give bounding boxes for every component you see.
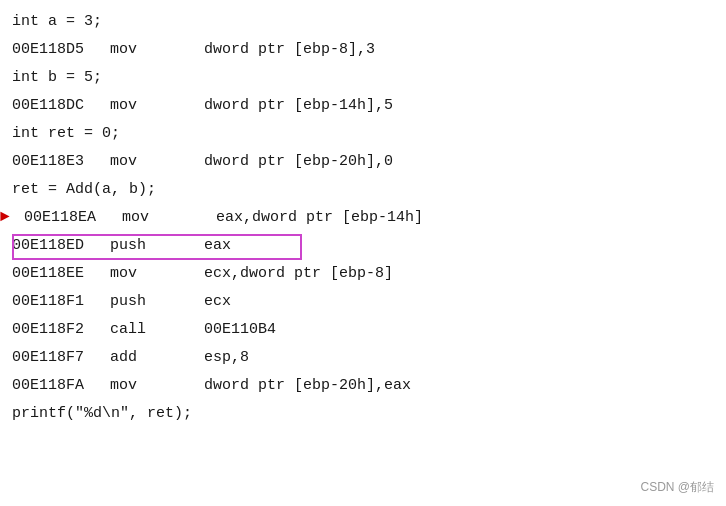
asm-address: 00E118DC	[12, 93, 102, 119]
asm-opcode: mov	[110, 93, 180, 119]
line-call: 00E118F2call00E110B4	[0, 316, 726, 344]
asm-opcode: add	[110, 345, 180, 371]
line-mov-final: 00E118FAmovdword ptr [ebp-20h],eax	[0, 372, 726, 400]
asm-operand: eax	[204, 233, 231, 259]
asm-address: 00E118FA	[12, 373, 102, 399]
asm-operand: dword ptr [ebp-20h],eax	[204, 373, 411, 399]
asm-operand: ecx,dword ptr [ebp-8]	[204, 261, 393, 287]
asm-address: 00E118EA	[24, 205, 114, 231]
line-ret-add: ret = Add(a, b);	[0, 176, 726, 204]
asm-operand: ecx	[204, 289, 231, 315]
asm-operand: eax,dword ptr [ebp-14h]	[216, 205, 423, 231]
asm-opcode: call	[110, 317, 180, 343]
asm-operand: 00E110B4	[204, 317, 276, 343]
watermark: CSDN @郁结	[640, 479, 714, 496]
asm-operand: esp,8	[204, 345, 249, 371]
asm-opcode: mov	[110, 373, 180, 399]
line-mov-ret: 00E118E3movdword ptr [ebp-20h],0	[0, 148, 726, 176]
comment-text: printf("%d\n", ret);	[12, 401, 192, 427]
line-int-a: int a = 3;	[0, 8, 726, 36]
asm-address: 00E118D5	[12, 37, 102, 63]
line-int-b: int b = 5;	[0, 64, 726, 92]
asm-opcode: mov	[110, 261, 180, 287]
asm-address: 00E118ED	[12, 233, 102, 259]
line-push-ecx: 00E118F1pushecx	[0, 288, 726, 316]
comment-text: int b = 5;	[12, 65, 102, 91]
asm-address: 00E118F7	[12, 345, 102, 371]
line-push-eax: 00E118EDpusheax	[0, 232, 726, 260]
arrow-indicator: ►	[0, 204, 10, 231]
line-mov-b: 00E118DCmovdword ptr [ebp-14h],5	[0, 92, 726, 120]
asm-opcode: push	[110, 289, 180, 315]
asm-address: 00E118E3	[12, 149, 102, 175]
asm-address: 00E118F2	[12, 317, 102, 343]
code-container: int a = 3;00E118D5movdword ptr [ebp-8],3…	[0, 0, 726, 436]
line-mov-a: 00E118D5movdword ptr [ebp-8],3	[0, 36, 726, 64]
comment-text: int ret = 0;	[12, 121, 120, 147]
comment-text: ret = Add(a, b);	[12, 177, 156, 203]
line-int-ret: int ret = 0;	[0, 120, 726, 148]
line-mov-eax: ►00E118EAmoveax,dword ptr [ebp-14h]	[0, 204, 726, 232]
asm-operand: dword ptr [ebp-20h],0	[204, 149, 393, 175]
asm-opcode: mov	[110, 149, 180, 175]
asm-opcode: mov	[122, 205, 192, 231]
asm-opcode: mov	[110, 37, 180, 63]
asm-address: 00E118F1	[12, 289, 102, 315]
line-printf: printf("%d\n", ret);	[0, 400, 726, 428]
asm-opcode: push	[110, 233, 180, 259]
line-add-esp: 00E118F7addesp,8	[0, 344, 726, 372]
asm-address: 00E118EE	[12, 261, 102, 287]
line-mov-ecx: 00E118EEmovecx,dword ptr [ebp-8]	[0, 260, 726, 288]
asm-operand: dword ptr [ebp-14h],5	[204, 93, 393, 119]
asm-operand: dword ptr [ebp-8],3	[204, 37, 375, 63]
comment-text: int a = 3;	[12, 9, 102, 35]
